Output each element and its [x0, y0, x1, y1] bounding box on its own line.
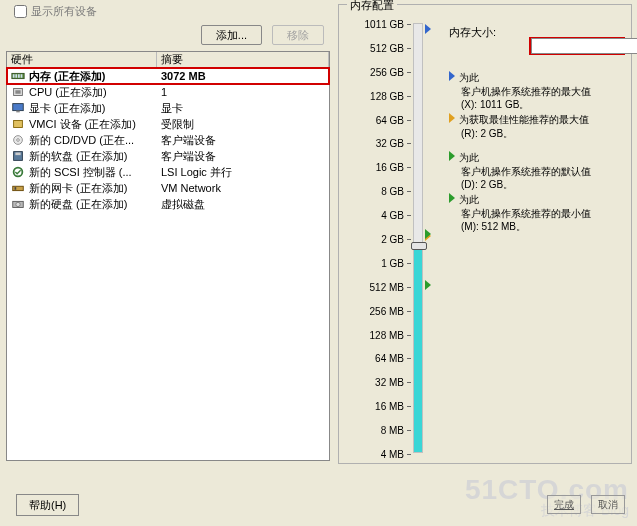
- hw-name: 新的硬盘 (正在添加): [29, 197, 127, 212]
- hw-name: 显卡 (正在添加): [29, 101, 105, 116]
- table-row[interactable]: 新的网卡 (正在添加)VM Network: [7, 180, 329, 196]
- finish-button[interactable]: 完成: [547, 495, 581, 514]
- table-row[interactable]: CPU (正在添加)1: [7, 84, 329, 100]
- hardware-list-header: 硬件 摘要: [7, 52, 329, 68]
- hw-name: VMCI 设备 (正在添加): [29, 117, 136, 132]
- table-row[interactable]: 显卡 (正在添加)显卡: [7, 100, 329, 116]
- scale-tick: 16 GB: [376, 162, 411, 173]
- svg-rect-1: [13, 74, 15, 78]
- scale-tick: 32 GB: [376, 138, 411, 149]
- hw-name: 内存 (正在添加): [29, 69, 105, 84]
- hw-name: 新的 SCSI 控制器 (...: [29, 165, 132, 180]
- table-row[interactable]: 内存 (正在添加)3072 MB: [7, 68, 329, 84]
- svg-rect-2: [15, 74, 17, 78]
- svg-rect-16: [15, 187, 17, 190]
- svg-rect-3: [18, 74, 20, 78]
- hw-summary: LSI Logic 并行: [157, 165, 329, 180]
- help-button[interactable]: 帮助(H): [16, 494, 79, 516]
- svg-rect-13: [15, 153, 20, 156]
- scale-tick: 16 MB: [375, 401, 411, 412]
- scale-tick: 8 GB: [381, 186, 411, 197]
- hw-summary: 3072 MB: [157, 70, 329, 82]
- hw-summary: 显卡: [157, 101, 329, 116]
- table-row[interactable]: 新的软盘 (正在添加)客户端设备: [7, 148, 329, 164]
- scale-tick: 512 GB: [370, 43, 411, 54]
- recommendation-text: 为此客户机操作系统推荐的最小值(M): 512 MB。: [449, 193, 591, 234]
- memory-slider-fill: [414, 247, 422, 452]
- hardware-pane: 显示所有设备 添加... 移除 硬件 摘要 内存 (正在添加)3072 MBCP…: [6, 0, 330, 468]
- svg-rect-7: [13, 104, 24, 111]
- scale-tick: 1011 GB: [365, 19, 411, 30]
- memory-size-input-wrap: ▲▼: [529, 37, 625, 55]
- scale-tick: 4 GB: [381, 210, 411, 221]
- table-row[interactable]: 新的硬盘 (正在添加)虚拟磁盘: [7, 196, 329, 212]
- memory-slider[interactable]: [413, 23, 423, 453]
- marker-default: [425, 229, 431, 239]
- memory-scale: 1011 GB512 GB256 GB128 GB64 GB32 GB16 GB…: [349, 19, 411, 455]
- add-button[interactable]: 添加...: [201, 25, 262, 45]
- svg-point-11: [17, 139, 20, 142]
- hw-summary: 虚拟磁盘: [157, 197, 329, 212]
- scale-tick: 2 GB: [381, 234, 411, 245]
- table-row[interactable]: VMCI 设备 (正在添加)受限制: [7, 116, 329, 132]
- scale-tick: 4 MB: [381, 449, 411, 460]
- svg-rect-8: [16, 111, 20, 113]
- table-row[interactable]: 新的 SCSI 控制器 (...LSI Logic 并行: [7, 164, 329, 180]
- svg-rect-15: [13, 186, 24, 190]
- memory-config-pane: 内存配置 内存大小: ▲▼ 1011 GB512 GB256 GB128 GB6…: [338, 4, 632, 464]
- col-hardware: 硬件: [7, 52, 157, 67]
- hw-summary: 客户端设备: [157, 149, 329, 164]
- cancel-button[interactable]: 取消: [591, 495, 625, 514]
- recommendation-text: 为获取最佳性能推荐的最大值(R): 2 GB。: [449, 113, 589, 140]
- marker-min: [425, 280, 431, 290]
- show-all-devices-checkbox[interactable]: [14, 5, 27, 18]
- memory-config-title: 内存配置: [347, 0, 397, 13]
- svg-rect-4: [21, 74, 23, 78]
- scale-tick: 64 MB: [375, 353, 411, 364]
- col-summary: 摘要: [157, 52, 329, 67]
- svg-point-18: [16, 202, 20, 206]
- table-row[interactable]: 新的 CD/DVD (正在...客户端设备: [7, 132, 329, 148]
- scale-tick: 8 MB: [381, 425, 411, 436]
- marker-max-guest: [425, 24, 431, 34]
- svg-rect-9: [14, 121, 23, 128]
- hw-name: CPU (正在添加): [29, 85, 107, 100]
- hw-name: 新的网卡 (正在添加): [29, 181, 127, 196]
- hw-summary: 受限制: [157, 117, 329, 132]
- scale-tick: 64 GB: [376, 115, 411, 126]
- remove-button: 移除: [272, 25, 324, 45]
- memory-size-input[interactable]: [531, 38, 637, 54]
- hw-summary: 客户端设备: [157, 133, 329, 148]
- recommendation-text: 为此客户机操作系统推荐的默认值(D): 2 GB。: [449, 151, 591, 192]
- scale-tick: 256 MB: [370, 306, 411, 317]
- memory-size-label: 内存大小:: [449, 25, 496, 40]
- hw-summary: 1: [157, 86, 329, 98]
- show-all-devices-label: 显示所有设备: [31, 4, 97, 19]
- scale-tick: 512 MB: [370, 282, 411, 293]
- scale-tick: 1 GB: [381, 258, 411, 269]
- hw-name: 新的 CD/DVD (正在...: [29, 133, 134, 148]
- scale-tick: 256 GB: [370, 67, 411, 78]
- memory-slider-thumb[interactable]: [411, 242, 427, 250]
- scale-tick: 128 MB: [370, 330, 411, 341]
- hw-name: 新的软盘 (正在添加): [29, 149, 127, 164]
- scale-tick: 32 MB: [375, 377, 411, 388]
- hw-summary: VM Network: [157, 182, 329, 194]
- scale-tick: 128 GB: [370, 91, 411, 102]
- recommendation-text: 为此客户机操作系统推荐的最大值(X): 1011 GB。: [449, 71, 591, 112]
- hardware-list[interactable]: 硬件 摘要 内存 (正在添加)3072 MBCPU (正在添加)1显卡 (正在添…: [6, 51, 330, 461]
- svg-rect-6: [15, 90, 20, 94]
